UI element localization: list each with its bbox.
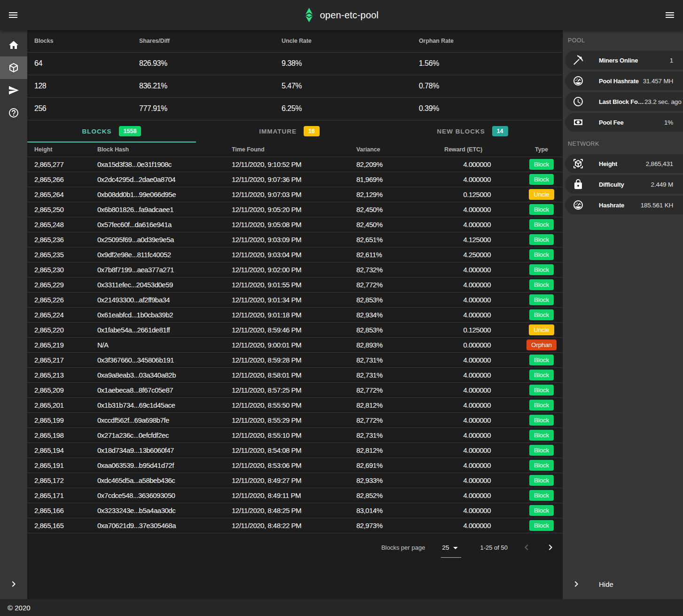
block-row: 2,865,2770xa15d3f38...0e31f1908c12/11/20… xyxy=(27,157,562,172)
block-cell-type: Orphan xyxy=(498,338,562,353)
block-cell-reward: 4.000000 xyxy=(420,518,498,533)
block-cell-variance: 83,014% xyxy=(349,503,420,518)
rows-per-page-select[interactable]: 25 xyxy=(441,541,461,553)
drawer-item-miners-online: Miners Online1 xyxy=(565,51,683,70)
block-cell-reward: 4.000000 xyxy=(420,157,498,172)
expand-sidebar-button[interactable] xyxy=(0,573,27,595)
stats-header-cell: Orphan Rate xyxy=(412,30,562,52)
nav-menu-button[interactable] xyxy=(5,7,22,24)
block-row: 2,865,1710x7cdce548...363609305012/11/20… xyxy=(27,488,562,503)
block-cell-hash: 0x21493300...af2ff9ba34 xyxy=(90,292,225,308)
block-row: 2,865,1940x18d734a9...13b6060f4712/11/20… xyxy=(27,443,562,458)
drawer-item-value: 2,865,431 xyxy=(617,160,673,167)
menu-icon xyxy=(664,9,675,21)
block-cell-time: 12/11/2020, 8:59:28 PM xyxy=(225,353,349,368)
sidebar-item-blocks[interactable] xyxy=(0,56,27,79)
block-row: 2,865,2360x25095f69...a0d39e9e5a12/11/20… xyxy=(27,232,562,247)
stats-cell: 256 xyxy=(27,97,132,120)
type-chip: Block xyxy=(529,204,554,215)
block-row: 2,865,2290x3311efec...20453d0e5912/11/20… xyxy=(27,277,562,292)
right-drawer: POOL Miners Online1Pool Hashrate31.457 M… xyxy=(562,30,683,599)
block-cell-time: 12/11/2020, 9:07:03 PM xyxy=(225,187,349,202)
block-cell-height: 2,865,224 xyxy=(27,308,90,323)
block-cell-hash: 0xa15d3f38...0e31f1908c xyxy=(90,157,225,172)
stats-header-cell: Shares/Diff xyxy=(132,30,275,52)
left-nav-rail xyxy=(0,30,27,599)
block-cell-type: Block xyxy=(498,172,562,187)
type-chip: Block xyxy=(529,445,554,456)
block-cell-variance: 82,450% xyxy=(349,217,420,232)
tab-new-blocks[interactable]: NEW BLOCKS14 xyxy=(383,120,562,142)
block-cell-time: 12/11/2020, 9:05:08 PM xyxy=(225,217,349,232)
right-menu-button[interactable] xyxy=(661,7,678,24)
block-cell-reward: 4.000000 xyxy=(420,368,498,383)
block-cell-reward: 4.000000 xyxy=(420,488,498,503)
rows-per-page-label: Blocks per page xyxy=(381,544,425,551)
drawer-item-label: Pool Hashrate xyxy=(599,78,639,85)
block-cell-time: 12/11/2020, 8:53:06 PM xyxy=(225,458,349,473)
block-cell-height: 2,865,209 xyxy=(27,383,90,398)
hide-drawer-button[interactable]: Hide xyxy=(563,573,683,595)
block-cell-reward: 4.000000 xyxy=(420,353,498,368)
block-cell-type: Block xyxy=(498,413,562,428)
block-cell-variance: 82,731% xyxy=(349,353,420,368)
block-cell-variance: 82,893% xyxy=(349,338,420,353)
block-cell-time: 12/11/2020, 9:02:00 PM xyxy=(225,262,349,277)
block-cell-reward: 4.000000 xyxy=(420,202,498,217)
block-cell-time: 12/11/2020, 9:03:09 PM xyxy=(225,232,349,247)
block-cell-variance: 82,812% xyxy=(349,443,420,458)
block-row: 2,865,2660x2dc4295d...2dae0a870412/11/20… xyxy=(27,172,562,187)
block-cell-reward: 0.000000 xyxy=(420,338,498,353)
rows-per-page-value: 25 xyxy=(442,544,449,551)
type-chip: Block xyxy=(529,279,554,290)
tab-blocks[interactable]: BLOCKS1558 xyxy=(27,120,196,142)
stats-cell: 0.78% xyxy=(412,75,562,97)
type-chip: Block xyxy=(529,355,554,365)
blocks-table-header-row: HeightBlock HashTime FoundVarianceReward… xyxy=(27,142,562,157)
type-chip: Block xyxy=(529,309,554,320)
tab-count-badge: 14 xyxy=(492,126,508,136)
next-page-button[interactable] xyxy=(545,542,556,553)
block-cell-time: 12/11/2020, 9:01:18 PM xyxy=(225,308,349,323)
block-cell-type: Block xyxy=(498,503,562,518)
blocks-header-cell: Type xyxy=(498,142,562,157)
type-chip: Uncle xyxy=(529,324,554,335)
sidebar-item-help[interactable] xyxy=(0,102,27,124)
type-chip: Block xyxy=(529,234,554,245)
chevron-left-icon xyxy=(521,542,532,553)
previous-page-button[interactable] xyxy=(521,542,532,553)
tab-immature[interactable]: IMMATURE16 xyxy=(196,120,383,142)
stats-row: 256777.91%6.25%0.39% xyxy=(27,97,562,120)
block-cell-height: 2,865,266 xyxy=(27,172,90,187)
block-cell-type: Block xyxy=(498,202,562,217)
drawer-item-label: Difficulty xyxy=(599,181,624,188)
clock-icon xyxy=(573,96,584,107)
send-icon xyxy=(8,85,19,96)
block-cell-hash: 0x61eabfcd...1b0cba39b2 xyxy=(90,308,225,323)
block-cell-time: 12/11/2020, 8:49:27 PM xyxy=(225,473,349,488)
stats-cell: 128 xyxy=(27,75,132,97)
stats-cell: 64 xyxy=(27,52,132,75)
block-row: 2,865,219N/A12/11/2020, 9:00:01 PM82,893… xyxy=(27,338,562,353)
block-cell-hash: 0x1b31b734...69c1d45ace xyxy=(90,398,225,413)
block-cell-type: Block xyxy=(498,488,562,503)
block-cell-height: 2,865,198 xyxy=(27,428,90,443)
block-cell-height: 2,865,172 xyxy=(27,473,90,488)
block-cell-height: 2,865,217 xyxy=(27,353,90,368)
sidebar-item-payments[interactable] xyxy=(0,79,27,102)
type-chip: Block xyxy=(529,400,554,411)
drawer-item-last-block-found: Last Block Found23.2 sec. ago xyxy=(565,92,683,111)
block-cell-type: Uncle xyxy=(498,187,562,202)
drawer-item-value: 23.2 sec. ago xyxy=(644,98,681,105)
chevron-right-icon xyxy=(545,542,556,553)
sidebar-item-home[interactable] xyxy=(0,34,27,56)
block-cell-hash: 0x3311efec...20453d0e59 xyxy=(90,277,225,292)
hide-drawer-label: Hide xyxy=(599,580,613,588)
chevron-right-icon xyxy=(8,578,19,590)
drawer-item-height: Height2,865,431 xyxy=(565,154,683,173)
block-cell-reward: 0.125000 xyxy=(420,187,498,202)
block-cell-type: Block xyxy=(498,368,562,383)
type-chip: Block xyxy=(529,385,554,395)
block-cell-type: Block xyxy=(498,383,562,398)
block-cell-variance: 82,731% xyxy=(349,368,420,383)
